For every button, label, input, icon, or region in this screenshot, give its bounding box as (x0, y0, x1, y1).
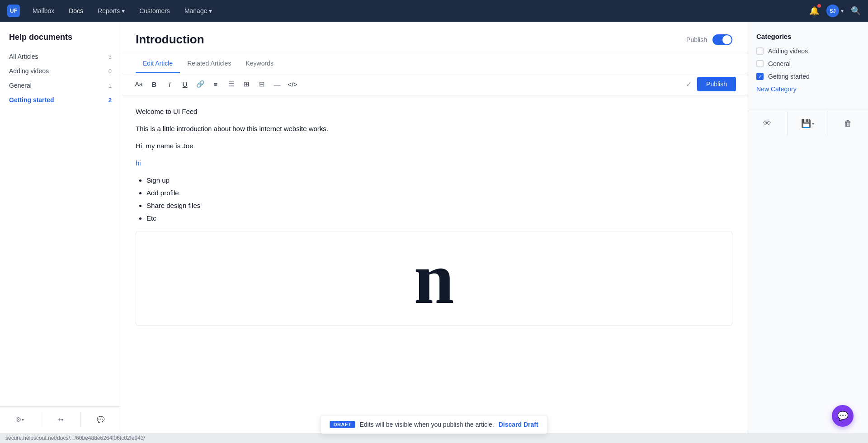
code-button[interactable]: </> (286, 77, 299, 91)
profile-menu-button[interactable]: SJ ▾ (826, 5, 844, 17)
italic-button[interactable]: I (163, 77, 176, 91)
sidebar-item-count: 1 (108, 82, 112, 89)
bold-button[interactable]: B (147, 77, 161, 91)
discard-draft-link[interactable]: Discard Draft (499, 421, 538, 428)
sidebar-item-count: 2 (108, 97, 112, 104)
add-button[interactable]: + ▾ (40, 412, 80, 427)
font-size-button[interactable]: Aa (132, 77, 146, 91)
editor-list: Sign up Add profile Share design files E… (146, 175, 732, 224)
category-checkbox-adding-videos[interactable] (756, 47, 764, 55)
draft-badge: DRAFT (330, 421, 355, 428)
chevron-down-icon: ▾ (22, 417, 24, 422)
categories-title: Categories (756, 33, 859, 40)
article-tabs: Edit Article Related Articles Keywords (121, 54, 747, 73)
list-item: Etc (146, 213, 732, 224)
chat-button[interactable]: 💬 (81, 412, 121, 427)
editor-area[interactable]: Welcome to UI Feed This is a little intr… (121, 95, 747, 443)
editor-heading: Welcome to UI Feed (136, 106, 732, 117)
embed-button[interactable]: ⊞ (240, 77, 253, 91)
notifications-button[interactable]: 🔔 (809, 6, 819, 16)
nav-item-reports[interactable]: Reports ▾ (92, 5, 130, 17)
chat-icon: 💬 (97, 416, 104, 423)
underline-button[interactable]: U (178, 77, 192, 91)
tab-edit-article[interactable]: Edit Article (136, 54, 180, 73)
category-checkbox-getting-started[interactable] (756, 73, 764, 80)
chat-fab-button[interactable]: 💬 (832, 405, 854, 427)
editor-para1: This is a little introduction about how … (136, 123, 732, 134)
editor-para2: Hi, my name is Joe (136, 141, 732, 151)
publish-toggle-area: Publish (686, 34, 732, 45)
tab-related-articles[interactable]: Related Articles (180, 54, 238, 73)
preview-button[interactable]: 👁 (747, 111, 788, 136)
editor-link[interactable]: hi (136, 159, 141, 167)
new-category-link[interactable]: New Category (756, 85, 859, 93)
chevron-down-icon: ▾ (61, 417, 63, 422)
toggle-thumb (722, 35, 731, 44)
sidebar-item-label: General (9, 82, 32, 89)
avatar: SJ (826, 5, 839, 17)
article-title: Introduction (136, 33, 204, 47)
publish-label: Publish (686, 36, 707, 43)
sidebar-item-label: Adding videos (9, 67, 49, 75)
chevron-down-icon: ▾ (209, 7, 212, 14)
sidebar-title: Help documents (0, 33, 121, 49)
font-size-icon: Aa (135, 80, 142, 88)
sidebar-item-label: Getting started (9, 96, 54, 104)
sidebar-item-adding-videos[interactable]: Adding videos 0 (0, 64, 121, 78)
publish-toggle[interactable] (712, 34, 732, 45)
category-item-getting-started[interactable]: Getting started (756, 73, 859, 80)
sidebar-item-getting-started[interactable]: Getting started 2 (0, 93, 121, 107)
embed-icon: ⊞ (244, 80, 250, 88)
delete-button[interactable]: 🗑 (828, 111, 868, 136)
divider-button[interactable]: — (270, 77, 284, 91)
link-icon: 🔗 (196, 80, 205, 88)
table-icon: ⊟ (259, 80, 265, 88)
right-panel: Categories Adding videos General Getting… (747, 22, 868, 443)
main-content: Introduction Publish Edit Article Relate… (121, 22, 747, 443)
tab-keywords[interactable]: Keywords (238, 54, 280, 73)
nav-item-mailbox[interactable]: Mailbox (27, 5, 60, 17)
status-bar: secure.helpscout.net/docs/.../60be488e62… (0, 433, 868, 443)
table-button[interactable]: ⊟ (255, 77, 269, 91)
category-item-adding-videos[interactable]: Adding videos (756, 47, 859, 55)
toast-message: Edits will be visible when you publish t… (359, 421, 494, 428)
logo-image: n (414, 242, 454, 315)
settings-button[interactable]: ⚙ ▾ (0, 412, 40, 427)
nav-item-manage[interactable]: Manage ▾ (179, 5, 218, 17)
list-icon: ≡ (214, 80, 218, 88)
category-checkbox-general[interactable] (756, 60, 764, 67)
italic-icon: I (169, 80, 170, 88)
sidebar-item-all-articles[interactable]: All Articles 3 (0, 49, 121, 64)
category-label: Adding videos (768, 47, 808, 55)
save-button[interactable]: 💾 ▾ (788, 111, 828, 136)
save-icon: 💾 (801, 118, 811, 128)
bold-icon: B (152, 80, 157, 88)
align-button[interactable]: ☰ (224, 77, 238, 91)
app-logo[interactable]: UF (7, 5, 20, 17)
publish-button[interactable]: Publish (697, 77, 736, 91)
category-label: General (768, 60, 791, 67)
editor-image-block: n (136, 231, 732, 326)
sidebar-item-general[interactable]: General 1 (0, 78, 121, 93)
link-button[interactable]: 🔗 (193, 77, 207, 91)
eye-icon: 👁 (763, 119, 771, 128)
nav-item-docs[interactable]: Docs (63, 5, 89, 17)
draft-toast: DRAFT Edits will be visible when you pub… (320, 415, 547, 434)
panel-bottom-controls: 👁 💾 ▾ 🗑 (747, 111, 868, 136)
align-icon: ☰ (228, 80, 234, 88)
editor-toolbar: Aa B I U 🔗 ≡ ☰ ⊞ ⊟ (121, 73, 747, 95)
list-button[interactable]: ≡ (209, 77, 222, 91)
chevron-down-icon: ▾ (122, 7, 125, 14)
article-header: Introduction Publish (121, 22, 747, 54)
plus-icon: + (57, 416, 61, 423)
category-item-general[interactable]: General (756, 60, 859, 67)
check-button[interactable]: ✓ (682, 77, 695, 91)
code-icon: </> (288, 80, 297, 88)
nav-item-customers[interactable]: Customers (134, 5, 175, 17)
search-button[interactable]: 🔍 (851, 6, 861, 16)
profile-chevron-icon: ▾ (841, 8, 844, 14)
sidebar-item-label: All Articles (9, 53, 38, 60)
gear-icon: ⚙ (16, 416, 22, 423)
chevron-down-icon: ▾ (812, 121, 814, 126)
sidebar: Help documents All Articles 3 Adding vid… (0, 22, 121, 443)
